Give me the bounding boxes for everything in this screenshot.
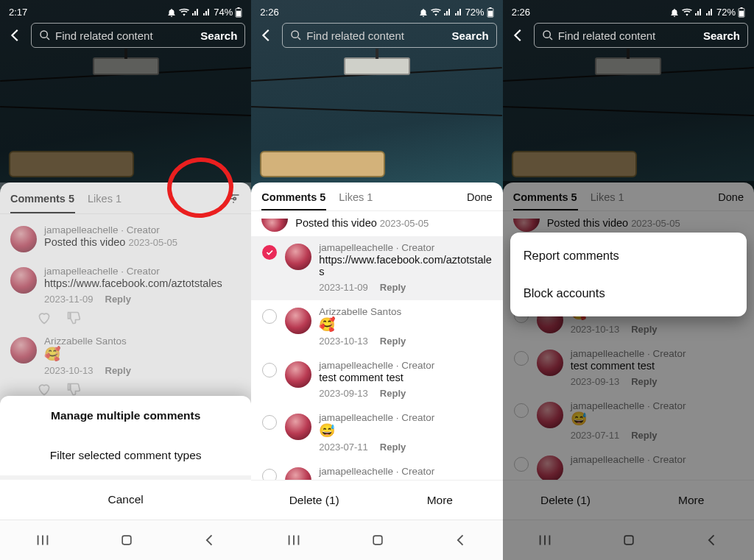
screenshot-1: 2:17 74% Find related content Search xyxy=(0,0,251,560)
android-navbar xyxy=(0,520,251,560)
android-navbar xyxy=(251,520,502,560)
search-icon xyxy=(542,29,554,41)
svg-rect-9 xyxy=(488,10,493,16)
battery-icon xyxy=(487,7,494,18)
list-item: Posted this video 2023-05-05 xyxy=(251,216,502,236)
search-box[interactable]: Find related content Search xyxy=(31,23,245,48)
back-button[interactable] xyxy=(257,26,276,45)
svg-point-10 xyxy=(292,31,298,38)
search-row: Find related content Search xyxy=(251,19,502,52)
battery-icon xyxy=(235,7,242,18)
back-button[interactable] xyxy=(509,26,528,45)
alarm-icon xyxy=(669,7,680,18)
clock: 2:17 xyxy=(9,7,27,18)
checkbox[interactable] xyxy=(261,245,278,260)
list-item[interactable]: Arizzabelle Santos 🥰 2023-10-13Reply xyxy=(251,300,502,354)
signal-icon xyxy=(191,8,200,17)
reply-button[interactable]: Reply xyxy=(380,388,406,399)
back-button[interactable] xyxy=(6,26,25,45)
home-icon[interactable] xyxy=(370,533,385,547)
svg-rect-8 xyxy=(489,7,491,9)
avatar[interactable] xyxy=(285,361,311,388)
wifi-icon xyxy=(682,7,692,18)
wifi-icon xyxy=(179,7,189,18)
signal-icon xyxy=(443,8,452,17)
search-placeholder: Find related content xyxy=(558,29,699,42)
svg-rect-13 xyxy=(740,7,742,9)
clock: 2:26 xyxy=(512,7,530,18)
tab-likes[interactable]: Likes 1 xyxy=(339,191,373,203)
search-submit[interactable]: Search xyxy=(200,29,237,42)
reply-button[interactable]: Reply xyxy=(380,336,406,347)
svg-rect-6 xyxy=(122,536,131,545)
tab-comments[interactable]: Comments 5 xyxy=(261,191,325,203)
signal-icon-2 xyxy=(202,8,211,17)
bottom-bar: Delete (1) More xyxy=(251,480,502,520)
context-menu: Report comments Block accounts xyxy=(510,233,747,316)
screenshot-2: 2:26 72% Find related content Search xyxy=(251,0,502,560)
list-item[interactable]: jamapelleachelle · Creator 😅 2023-07-11R… xyxy=(251,406,502,460)
battery-icon xyxy=(738,7,745,18)
search-placeholder: Find related content xyxy=(55,29,196,42)
wifi-icon xyxy=(431,7,441,18)
search-row: Find related content Search xyxy=(503,19,754,52)
status-bar: 2:26 72% xyxy=(503,0,754,19)
svg-rect-11 xyxy=(373,536,382,545)
avatar[interactable] xyxy=(285,244,311,270)
search-icon xyxy=(290,29,302,41)
back-icon[interactable] xyxy=(202,533,217,547)
checkbox[interactable] xyxy=(261,415,278,430)
more-button[interactable]: More xyxy=(377,481,503,520)
svg-point-3 xyxy=(40,31,47,38)
screenshot-3: 2:26 72% Find related content Search xyxy=(503,0,754,560)
cancel-button[interactable]: Cancel xyxy=(0,475,251,520)
alarm-icon xyxy=(166,7,177,18)
status-bar: 2:26 72% xyxy=(251,0,502,19)
reply-button[interactable]: Reply xyxy=(380,442,406,453)
list-item-selected[interactable]: jamapelleachelle · Creator https://www.f… xyxy=(251,236,502,300)
back-icon[interactable] xyxy=(454,533,468,547)
delete-button[interactable]: Delete (1) xyxy=(251,481,377,520)
search-row: Find related content Search xyxy=(0,19,251,52)
recents-icon[interactable] xyxy=(35,532,51,548)
search-submit[interactable]: Search xyxy=(703,29,740,42)
action-sheet: Manage multiple comments Filter selected… xyxy=(0,396,251,520)
checkbox[interactable] xyxy=(261,363,278,378)
search-box[interactable]: Find related content Search xyxy=(534,23,748,48)
alarm-icon xyxy=(418,7,429,18)
reply-button[interactable]: Reply xyxy=(380,282,406,293)
checkbox[interactable] xyxy=(261,309,278,324)
battery-pct: 74% xyxy=(214,7,233,18)
report-comments-button[interactable]: Report comments xyxy=(510,237,747,274)
svg-rect-2 xyxy=(236,10,241,16)
avatar[interactable] xyxy=(261,219,288,232)
recents-icon[interactable] xyxy=(286,532,302,548)
block-accounts-button[interactable]: Block accounts xyxy=(510,274,747,312)
search-box[interactable]: Find related content Search xyxy=(282,23,496,48)
search-submit[interactable]: Search xyxy=(452,29,489,42)
manage-comments-button[interactable]: Manage multiple comments xyxy=(0,396,251,436)
signal-icon-2 xyxy=(705,8,714,17)
done-button[interactable]: Done xyxy=(467,191,493,203)
avatar[interactable] xyxy=(285,414,311,440)
battery-pct: 72% xyxy=(465,7,485,18)
battery-pct: 72% xyxy=(716,7,736,18)
home-icon[interactable] xyxy=(119,533,134,547)
clock: 2:26 xyxy=(260,7,278,18)
filter-types-button[interactable]: Filter selected comment types xyxy=(0,436,251,475)
search-icon xyxy=(39,29,51,41)
sheet-tabs: Comments 5 Likes 1 Done xyxy=(251,182,502,203)
search-placeholder: Find related content xyxy=(306,29,447,42)
signal-icon-2 xyxy=(454,8,463,17)
signal-icon xyxy=(694,8,703,17)
svg-rect-14 xyxy=(739,10,744,16)
status-bar: 2:17 74% xyxy=(0,0,251,19)
svg-point-15 xyxy=(543,31,550,38)
list-item[interactable]: jamapelleachelle · Creator test comment … xyxy=(251,354,502,406)
svg-rect-1 xyxy=(238,7,240,9)
avatar[interactable] xyxy=(285,308,311,334)
